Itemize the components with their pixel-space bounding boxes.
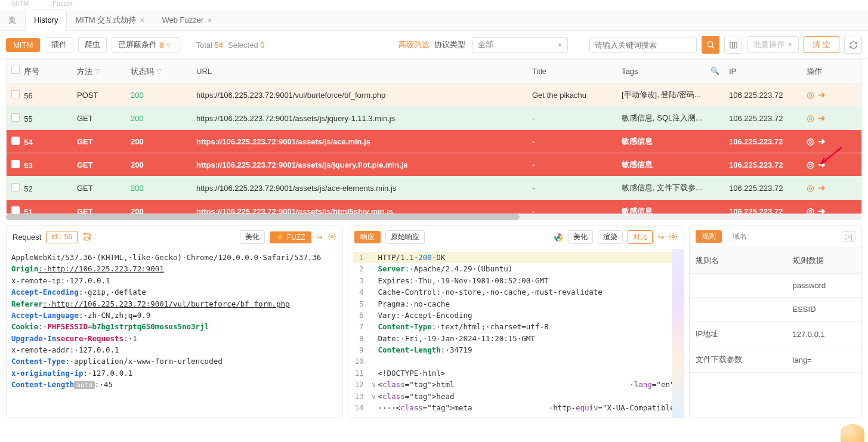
clear-button[interactable]: 清 空 — [804, 36, 839, 53]
forward-icon[interactable]: ➜ — [818, 206, 826, 214]
checkbox[interactable] — [11, 183, 20, 191]
minimap[interactable] — [672, 249, 684, 418]
columns-icon — [729, 41, 738, 50]
tab-history[interactable]: History — [25, 10, 67, 31]
rule-row[interactable]: IP地址127.0.0.1 — [690, 322, 861, 347]
main-tabs: 页 History MITM 交互式劫持× Web Fuzzer× — [0, 10, 868, 31]
forward-icon[interactable]: ➜ — [818, 113, 826, 123]
filter-icon[interactable]: ▽ — [95, 67, 100, 76]
total-stat: Total 54 — [196, 41, 223, 50]
col-tags[interactable]: Tags🔍 — [617, 60, 724, 84]
tab-page[interactable]: 页 — [0, 10, 25, 31]
rules-table: 规则名 规则数据 passwordESSIDIP地址127.0.0.1文件下载参… — [690, 248, 861, 418]
response-panel: 响应 原始响应 美化 渲染 对比 ↪ 1HTTP/1.1·200·OK2Serv… — [348, 225, 685, 418]
fuzz-button[interactable]: ⚡FUZZ — [270, 231, 311, 243]
toolbar: MITM 插件 爬虫 已屏蔽条件 8 ᯤ Total 54 Selected 0… — [0, 31, 868, 59]
gear-icon[interactable] — [328, 232, 336, 243]
request-id-badge: id：56 — [46, 231, 78, 243]
history-table: 序号 方法▽ 状态码▽ URL Title Tags🔍 IP 操作 56 POS… — [6, 59, 862, 214]
browser-icon[interactable]: ◎ — [807, 183, 814, 193]
col-ip[interactable]: IP — [724, 60, 802, 84]
signal-icon: ᯤ — [166, 41, 174, 50]
diff-button[interactable]: 对比 — [628, 230, 653, 244]
rule-name-col: 规则名 — [690, 248, 787, 274]
forward-icon[interactable]: ➜ — [818, 183, 826, 193]
col-url[interactable]: URL — [191, 60, 527, 84]
flow-icon[interactable] — [82, 231, 92, 243]
rule-row[interactable]: 文件下载参数lang= — [690, 347, 861, 373]
rules-panel: 规则 域名 ▷| 规则名 规则数据 passwordESSIDIP地址127.0… — [689, 225, 862, 418]
response-editor[interactable]: 1HTTP/1.1·200·OK2Server:·Apache/2.4.29·(… — [348, 249, 684, 418]
shield-filter[interactable]: 已屏蔽条件 8 ᯤ — [112, 37, 180, 52]
checkbox[interactable] — [11, 160, 20, 168]
search-icon[interactable]: 🔍 — [711, 67, 719, 75]
batch-ops-button[interactable]: 批量操作▼ — [747, 36, 799, 53]
collapse-icon[interactable]: ▷| — [842, 231, 855, 242]
browser-icon[interactable]: ◎ — [807, 159, 814, 169]
request-panel: Request id：56 美化 ⚡FUZZ ↪ AppleWebKit/537… — [6, 225, 343, 418]
browser-icon[interactable]: ◎ — [807, 206, 814, 214]
close-icon[interactable]: × — [207, 16, 212, 25]
table-row[interactable]: 56 POST 200 https://106.225.223.72:9001/… — [7, 84, 861, 107]
forward-icon[interactable]: ➜ — [818, 136, 826, 146]
search-icon — [706, 41, 715, 50]
beautify-button[interactable]: 美化 — [568, 230, 593, 244]
domain-tab[interactable]: 域名 — [727, 230, 753, 243]
svg-point-4 — [330, 235, 333, 237]
table-row[interactable]: 53 GET 200 https://106.225.223.72:9001/a… — [7, 153, 861, 177]
checkbox[interactable] — [11, 113, 20, 122]
browser-icon[interactable]: ◎ — [807, 89, 814, 100]
forward-icon[interactable]: ➜ — [818, 159, 826, 169]
export-button[interactable] — [724, 36, 742, 54]
advanced-filter-link[interactable]: 高级筛选 — [399, 39, 430, 50]
response-tab[interactable]: 响应 — [354, 231, 381, 243]
checkbox[interactable] — [11, 90, 20, 98]
beautify-button[interactable]: 美化 — [240, 230, 265, 244]
col-title[interactable]: Title — [527, 60, 617, 84]
table-row[interactable]: 52 GET 200 https://106.225.223.72:9001/a… — [7, 177, 861, 200]
search-input[interactable] — [589, 38, 697, 52]
rules-tab[interactable]: 规则 — [696, 230, 722, 243]
raw-response-tab[interactable]: 原始响应 — [385, 230, 425, 244]
forward-icon[interactable]: ➜ — [818, 89, 826, 100]
browser-icon[interactable]: ◎ — [807, 136, 814, 146]
search-button[interactable] — [702, 36, 719, 54]
col-seq[interactable]: 序号 — [7, 60, 72, 84]
send-icon[interactable]: ↪ — [316, 233, 323, 242]
chrome-icon[interactable] — [554, 233, 563, 242]
svg-rect-1 — [730, 42, 737, 48]
checkbox[interactable] — [11, 137, 20, 145]
render-button[interactable]: 渲染 — [598, 230, 623, 244]
send-icon[interactable]: ↪ — [657, 233, 664, 242]
refresh-icon — [849, 41, 858, 50]
table-row[interactable]: 54 GET 200 https://106.225.223.72:9001/a… — [7, 130, 861, 153]
browser-icon[interactable]: ◎ — [807, 113, 814, 123]
request-editor[interactable]: AppleWebKit/537.36·(KHTML,·like·Gecko)·C… — [7, 249, 342, 418]
table-row[interactable]: 51 GET 200 https://106.225.223.72:9001/a… — [7, 200, 861, 215]
protocol-select[interactable]: 全部▼ — [472, 37, 568, 52]
mitm-badge[interactable]: MITM — [6, 38, 40, 52]
tab-mitm[interactable]: MITM 交互式劫持× — [67, 10, 153, 31]
rule-row[interactable]: password — [690, 274, 861, 298]
rule-row[interactable]: ESSID — [690, 298, 861, 322]
svg-point-6 — [557, 236, 560, 239]
col-status[interactable]: 状态码▽ — [126, 60, 191, 84]
refresh-button[interactable] — [844, 36, 862, 54]
checkbox[interactable] — [11, 66, 20, 74]
svg-point-2 — [84, 233, 86, 235]
chevron-down-icon: ▼ — [787, 42, 792, 48]
request-title: Request — [13, 233, 41, 242]
protocol-label: 协议类型 — [434, 39, 465, 50]
tab-fuzzer[interactable]: Web Fuzzer× — [153, 10, 221, 31]
checkbox[interactable] — [11, 206, 20, 215]
close-icon[interactable]: × — [140, 16, 144, 25]
col-method[interactable]: 方法▽ — [72, 60, 126, 84]
plugin-button[interactable]: 插件 — [45, 37, 73, 52]
chevron-down-icon: ▼ — [557, 42, 563, 48]
svg-point-3 — [89, 238, 91, 240]
gear-icon[interactable] — [669, 232, 678, 243]
horizontal-scrollbar[interactable] — [6, 214, 862, 220]
table-row[interactable]: 55 GET 200 https://106.225.223.72:9001/a… — [7, 107, 861, 130]
filter-icon[interactable]: ▽ — [156, 67, 162, 76]
spider-button[interactable]: 爬虫 — [78, 37, 107, 52]
